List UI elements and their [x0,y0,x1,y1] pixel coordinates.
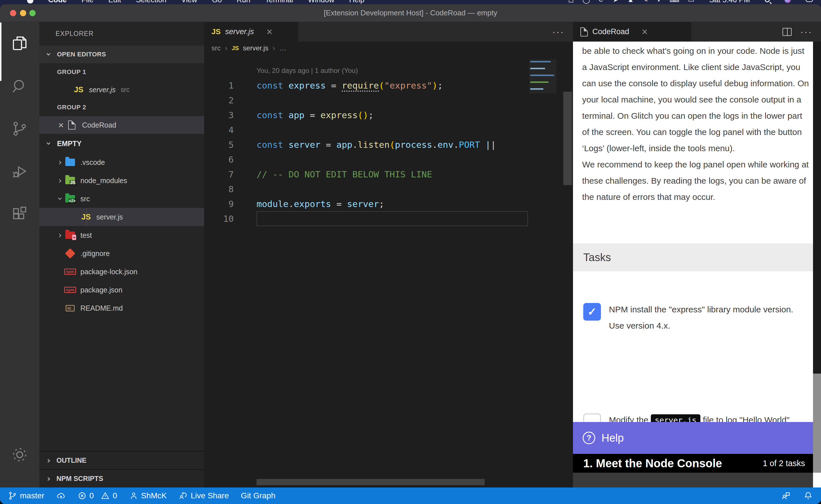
tree-item-test[interactable]: › ⌁ test [39,226,204,244]
search-icon[interactable] [0,65,39,107]
menubar-extra-icon-8[interactable]: ⌨ [670,0,680,4]
menubar-extra-icon-6[interactable]: ✎ [643,0,648,4]
chevron-right-icon: › [55,176,65,185]
webview-scrollbar-track[interactable] [813,374,821,473]
lesson-description: be able to check what's going on in your… [582,43,810,205]
window-close-button[interactable] [10,10,16,16]
tab-coderoad[interactable]: CodeRoad × [573,22,691,42]
spotlight-search-icon[interactable] [765,0,770,2]
editor-horizontal-scrollbar[interactable] [257,479,485,485]
account-status[interactable]: ShMcK [129,491,167,500]
minimap[interactable] [529,59,556,93]
chevron-right-icon: › [225,44,228,52]
tree-item-gitignore[interactable]: .gitignore [39,244,204,263]
menu-selection[interactable]: Selection [136,0,166,4]
tree-item-node-modules[interactable]: › JS node_modules [39,171,204,190]
menu-edit[interactable]: Edit [108,0,121,4]
cloud-upload-icon [56,491,66,500]
tree-item-src[interactable]: › </> src [39,190,204,208]
vscode-window: [Extension Development Host] - CodeRoad … [0,4,821,504]
task-1-text: NPM install the "express" library module… [609,301,794,334]
close-icon[interactable]: × [55,120,67,130]
collapsed-section-bar [573,473,813,487]
open-editors-header[interactable]: › OPEN EDITORS [39,46,204,63]
webview-file-icon [580,27,588,36]
run-and-debug-icon[interactable] [0,150,39,193]
close-icon[interactable]: × [267,27,273,37]
menu-terminal[interactable]: Terminal [265,0,293,4]
lesson-footer[interactable]: 1. Meet the Node Console 1 of 2 tasks [573,454,813,473]
menu-go[interactable]: Go [212,0,222,4]
menubar-extra-icon-7[interactable]: ◗ [657,0,661,4]
chevron-down-icon: › [44,50,53,59]
window-zoom-button[interactable] [29,10,36,16]
feedback-icon[interactable] [781,491,791,501]
git-blame-annotation: You, 20 days ago | 1 author (You) [257,63,530,78]
tab-server-js[interactable]: JS server.js × [204,22,298,42]
control-center-icon[interactable] [806,0,813,2]
tree-item-package-json[interactable]: npm package.json [39,281,204,299]
menubar-extra-icon-9[interactable]: ▭ [688,0,695,4]
tree-item-readme[interactable]: M↓ README.md [39,299,204,317]
git-file-icon [65,248,75,259]
editor-more-actions-icon[interactable]: ··· [552,26,564,37]
open-editor-server-js[interactable]: JS server.js src [39,81,204,99]
menubar-extra-icon-1[interactable]: ◻ [568,0,574,4]
folder-section-header[interactable]: › EMPTY [39,134,204,153]
title-bar: [Extension Development Host] - CodeRoad … [0,4,821,22]
test-folder-icon: ⌁ [65,230,75,240]
window-minimize-button[interactable] [20,10,26,16]
tree-item-vscode[interactable]: › .vscode [39,153,204,171]
code-editor[interactable]: 1 2 3 4 5 6 7 8 9 10 You, 20 days ago | … [204,55,573,487]
task-1-checkbox-checked[interactable]: ✓ [583,303,601,321]
open-editor-coderoad[interactable]: × CodeRoad [39,116,204,134]
code-line-6 [257,152,530,167]
outline-section-header[interactable]: › OUTLINE [39,451,204,469]
editor-vertical-scrollbar[interactable] [563,92,572,185]
breadcrumb-file[interactable]: server.js [243,44,268,52]
src-folder-icon: </> [65,194,75,204]
live-share-status[interactable]: Live Share [179,491,229,500]
split-editor-icon[interactable] [783,28,792,36]
notifications-bell-icon[interactable] [803,491,813,501]
menu-view[interactable]: View [181,0,197,4]
extensions-icon[interactable] [0,193,39,235]
lesson-title: 1. Meet the Node Console [583,457,722,470]
git-branch-status[interactable]: master [8,491,44,500]
npm-file-icon: npm [65,267,75,277]
menu-file[interactable]: File [81,0,93,4]
explorer-icon[interactable] [0,22,39,65]
problems-status[interactable]: 0 0 [77,491,117,500]
webview-scrollbar-thumb[interactable] [813,42,821,374]
menubar-clock[interactable]: Sat 5:46 PM [709,0,750,4]
menubar-extra-icon-3[interactable]: ⟳ [598,0,604,4]
menu-window[interactable]: Window [308,0,334,4]
panel-more-actions-icon[interactable]: ··· [800,26,812,37]
sync-status[interactable] [56,491,66,500]
apple-icon[interactable] [27,0,33,3]
menu-help[interactable]: Help [349,0,364,4]
editor-group: JS server.js × ··· src › JS server.js › … [204,22,573,487]
chevron-right-icon: › [272,44,275,52]
help-accordion[interactable]: ? Help [573,422,813,454]
source-control-icon[interactable] [0,107,39,150]
git-graph-status[interactable]: Git Graph [241,491,275,500]
chevron-right-icon: › [55,231,65,239]
menu-run[interactable]: Run [237,0,250,4]
tree-item-server-js[interactable]: JS server.js [39,208,204,226]
siri-icon[interactable] [785,0,791,3]
panel-tab-bar: CodeRoad × ··· [573,22,821,42]
menubar-extra-icon-5[interactable]: ▲ [627,0,634,4]
breadcrumb-symbol[interactable]: … [279,44,286,52]
npm-scripts-section-header[interactable]: › NPM SCRIPTS [39,469,204,487]
menu-code[interactable]: Code [48,0,67,4]
chevron-down-icon: › [56,194,64,204]
menubar-extra-icon-4[interactable]: ➤ [613,0,619,4]
breadcrumb-folder[interactable]: src [212,44,221,52]
menubar-extra-icon-2[interactable]: ◯ [582,0,590,4]
close-icon[interactable]: × [642,27,648,37]
line-number-gutter: 1 2 3 4 5 6 7 8 9 10 [204,63,234,226]
macos-menu-bar: Code File Edit Selection View Go Run Ter… [0,0,821,4]
tree-item-package-lock[interactable]: npm package-lock.json [39,263,204,281]
manage-gear-icon[interactable] [0,433,39,476]
